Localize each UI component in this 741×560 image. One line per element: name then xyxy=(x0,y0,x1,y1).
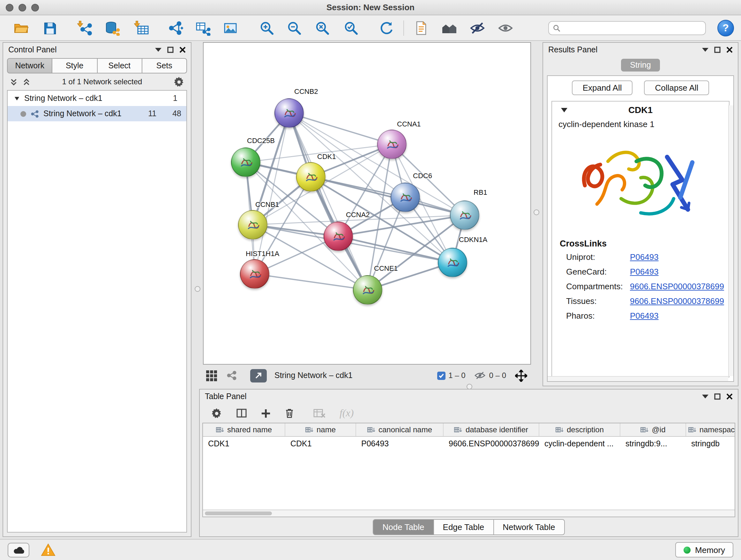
apply-layout-button[interactable] xyxy=(378,20,394,37)
delete-column-icon[interactable] xyxy=(285,408,294,418)
close-panel-icon[interactable] xyxy=(726,47,733,53)
network-canvas[interactable]: CCNB2CCNA1CDC25BCDK1CDC6RB1CCNB1CCNA2CDK… xyxy=(203,42,531,365)
float-panel-icon[interactable] xyxy=(167,47,174,53)
zoom-selected-button[interactable] xyxy=(343,20,359,37)
crosslink-link[interactable]: P06493 xyxy=(630,311,659,320)
table-cell[interactable]: CDK1 xyxy=(203,437,285,450)
tab-network-table[interactable]: Network Table xyxy=(493,519,564,535)
network-node-CDC25B[interactable] xyxy=(231,147,260,177)
network-collection-row[interactable]: String Network – cdk1 1 xyxy=(8,91,186,106)
horizontal-scrollbar[interactable] xyxy=(548,376,728,381)
expand-all-icon[interactable] xyxy=(22,78,30,86)
network-from-table-button[interactable] xyxy=(195,20,211,37)
network-edge[interactable] xyxy=(338,236,453,262)
table-cell[interactable]: stringdb:9... xyxy=(620,437,686,450)
open-session-button[interactable] xyxy=(13,20,29,37)
network-node-HIST1H1A[interactable] xyxy=(240,259,269,289)
scrollbar-thumb[interactable] xyxy=(205,511,272,515)
network-edge[interactable] xyxy=(311,177,465,215)
network-node-CCNB1[interactable] xyxy=(238,210,267,240)
selected-checkbox-icon[interactable] xyxy=(437,371,445,380)
pan-crosshair-icon[interactable] xyxy=(515,369,527,381)
network-edge[interactable] xyxy=(255,274,367,290)
zoom-out-button[interactable] xyxy=(286,20,302,37)
tab-node-table[interactable]: Node Table xyxy=(373,519,434,535)
tab-string[interactable]: String xyxy=(621,59,660,71)
splitter-handle[interactable] xyxy=(534,209,539,215)
close-panel-icon[interactable] xyxy=(179,47,186,53)
table-cell[interactable]: 9606.ENSP00000378699 xyxy=(444,437,539,450)
vertical-scrollbar[interactable] xyxy=(728,105,733,376)
first-neighbors-button[interactable] xyxy=(441,20,458,37)
network-node-CDKN1A[interactable] xyxy=(438,248,467,277)
column-header[interactable]: database identifier xyxy=(444,423,539,436)
collapse-all-button[interactable]: Collapse All xyxy=(644,80,710,95)
crosslink-link[interactable]: 9606.ENSP00000378699 xyxy=(630,296,724,306)
column-header[interactable]: shared name xyxy=(203,423,285,436)
export-image-button[interactable] xyxy=(222,20,239,37)
gear-icon[interactable] xyxy=(174,76,185,87)
column-header[interactable]: @id xyxy=(620,423,686,436)
detach-view-button[interactable] xyxy=(250,369,267,382)
warning-icon[interactable] xyxy=(41,543,56,556)
hide-selected-button[interactable] xyxy=(469,20,486,37)
collapse-all-icon[interactable] xyxy=(10,78,18,86)
float-panel-icon[interactable] xyxy=(714,47,721,53)
new-network-button[interactable] xyxy=(167,20,184,37)
table-row[interactable]: CDK1 CDK1 P06493 9606.ENSP00000378699 cy… xyxy=(203,437,735,450)
panel-menu-icon[interactable] xyxy=(155,47,161,52)
table-horizontal-scrollbar[interactable] xyxy=(203,509,735,516)
show-all-button[interactable] xyxy=(497,20,514,37)
zoom-in-button[interactable] xyxy=(259,20,275,37)
expand-all-button[interactable]: Expand All xyxy=(572,80,633,95)
column-header[interactable]: namespac xyxy=(686,423,735,436)
tab-network[interactable]: Network xyxy=(7,58,53,73)
tab-select[interactable]: Select xyxy=(97,58,142,73)
network-node-RB1[interactable] xyxy=(450,200,479,230)
network-node-CDK1[interactable] xyxy=(296,162,326,192)
help-button[interactable]: ? xyxy=(718,20,734,37)
crosslink-link[interactable]: 9606.ENSP00000378699 xyxy=(630,282,724,291)
network-node-CCNA1[interactable] xyxy=(377,130,407,159)
network-node-CDC6[interactable] xyxy=(391,183,420,212)
show-columns-icon[interactable] xyxy=(236,408,247,418)
network-node-CCNB2[interactable] xyxy=(274,98,304,128)
import-table-button[interactable] xyxy=(133,20,150,37)
document-button[interactable] xyxy=(413,20,429,37)
panel-menu-icon[interactable] xyxy=(702,394,709,399)
splitter-handle[interactable] xyxy=(195,286,200,292)
table-cell[interactable]: P06493 xyxy=(356,437,444,450)
birds-eye-view-button[interactable] xyxy=(203,367,219,384)
tree-collapse-icon[interactable] xyxy=(14,96,20,101)
share-network-button[interactable] xyxy=(223,367,240,384)
import-network-file-button[interactable] xyxy=(77,20,93,37)
column-header[interactable]: description xyxy=(539,423,620,436)
network-edge[interactable] xyxy=(289,113,392,144)
table-settings-gear-icon[interactable] xyxy=(211,408,222,419)
column-header[interactable]: canonical name xyxy=(356,423,444,436)
panel-menu-icon[interactable] xyxy=(702,47,709,52)
search-input[interactable] xyxy=(563,23,701,33)
zoom-fit-button[interactable] xyxy=(314,20,331,37)
crosslink-link[interactable]: P06493 xyxy=(630,267,659,276)
tab-sets[interactable]: Sets xyxy=(142,58,187,73)
table-cell[interactable]: cyclin-dependent ... xyxy=(539,437,620,450)
table-cell[interactable]: CDK1 xyxy=(285,437,356,450)
tab-style[interactable]: Style xyxy=(52,58,98,73)
column-header[interactable]: name xyxy=(285,423,356,436)
crosslink-link[interactable]: P06493 xyxy=(630,252,659,262)
network-node-CCNE1[interactable] xyxy=(353,275,382,305)
network-node-CCNA2[interactable] xyxy=(324,222,353,251)
tab-edge-table[interactable]: Edge Table xyxy=(433,519,494,535)
table-cell[interactable]: stringdb xyxy=(686,437,735,450)
save-session-button[interactable] xyxy=(42,20,58,37)
memory-button[interactable]: Memory xyxy=(675,542,733,557)
network-row-selected[interactable]: String Network – cdk1 11 48 xyxy=(8,106,186,121)
import-network-database-button[interactable] xyxy=(104,20,121,37)
cloud-button[interactable] xyxy=(8,543,29,557)
close-panel-icon[interactable] xyxy=(726,393,733,400)
float-panel-icon[interactable] xyxy=(714,393,721,400)
add-column-icon[interactable] xyxy=(261,408,271,418)
section-collapse-icon[interactable] xyxy=(561,107,567,113)
network-edge[interactable] xyxy=(289,113,367,290)
